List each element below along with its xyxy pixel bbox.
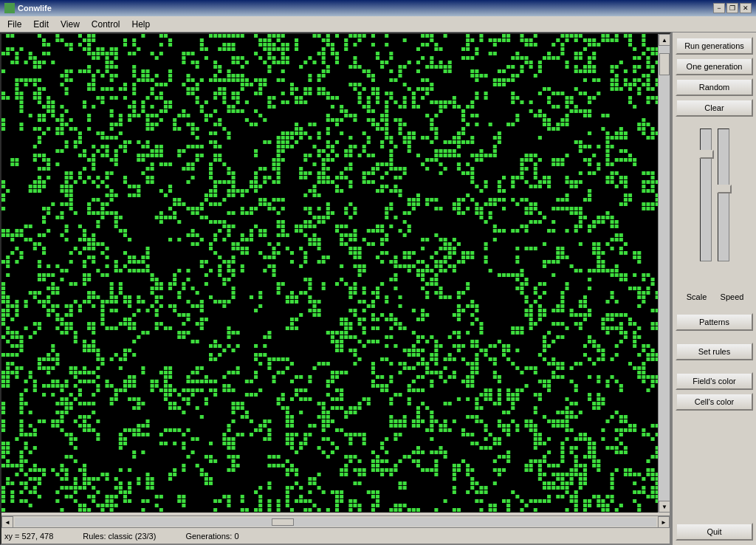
canvas-wrapper: ▲ ▼ ◄ ► xy = 527, 478 Rules: classic (23… [0,32,671,545]
scroll-thumb-v[interactable] [659,53,670,75]
coordinates-display: xy = 527, 478 [4,532,53,541]
scale-label: Scale [682,292,712,301]
scale-slider-thumb[interactable] [699,150,714,159]
menu-edit[interactable]: Edit [27,18,55,31]
close-button[interactable]: ✕ [740,3,752,13]
right-panel: Run generations One generation Random Cl… [671,32,756,545]
scale-slider-track[interactable] [700,128,712,261]
set-rules-button[interactable]: Set rules [676,343,753,360]
menu-file[interactable]: File [1,18,27,31]
canvas-area[interactable] [1,34,670,515]
scroll-thumb-h[interactable] [272,518,294,526]
rules-display: Rules: classic (23/3) [83,532,156,541]
app-title: Conwlife [18,4,52,13]
speed-slider-container [718,128,729,276]
menu-bar: File Edit View Control Help [0,16,756,32]
quit-button[interactable]: Quit [676,523,753,541]
scroll-left-button[interactable]: ◄ [1,516,13,528]
vertical-scrollbar[interactable]: ▲ ▼ [658,34,670,513]
random-button[interactable]: Random [676,78,753,96]
cell-color-button[interactable]: Cell's color [676,393,753,411]
main-container: ▲ ▼ ◄ ► xy = 527, 478 Rules: classic (23… [0,32,756,545]
speed-slider-track[interactable] [718,128,729,261]
scroll-track-v[interactable] [659,46,670,501]
scroll-track-h[interactable] [15,518,656,527]
minimize-button[interactable]: − [713,3,725,13]
scroll-right-button[interactable]: ► [658,516,670,528]
one-generation-button[interactable]: One generation [676,58,753,75]
patterns-button[interactable]: Patterns [676,313,753,331]
scale-slider-container [700,128,712,276]
scroll-up-button[interactable]: ▲ [659,34,670,46]
menu-control[interactable]: Control [86,18,126,31]
field-color-button[interactable]: Field's color [676,372,753,390]
restore-button[interactable]: ❐ [726,3,738,13]
generations-display: Generations: 0 [185,532,238,541]
menu-view[interactable]: View [55,18,86,31]
speed-label: Speed [718,292,747,301]
h-scroll-track-area[interactable] [13,516,658,527]
clear-button[interactable]: Clear [676,99,753,117]
horizontal-scrollbar-container: ◄ ► [1,515,670,527]
menu-help[interactable]: Help [126,18,157,31]
game-canvas[interactable] [1,34,670,513]
app-icon [4,3,15,13]
sliders-section [700,123,729,285]
sliders-labels: Scale Speed [682,292,747,301]
run-generations-button[interactable]: Run generations [676,37,753,55]
scroll-down-button[interactable]: ▼ [659,501,670,513]
speed-slider-thumb[interactable] [717,185,732,193]
title-bar: Conwlife − ❐ ✕ [0,0,756,16]
status-bar: xy = 527, 478 Rules: classic (23/3) Gene… [1,527,670,544]
